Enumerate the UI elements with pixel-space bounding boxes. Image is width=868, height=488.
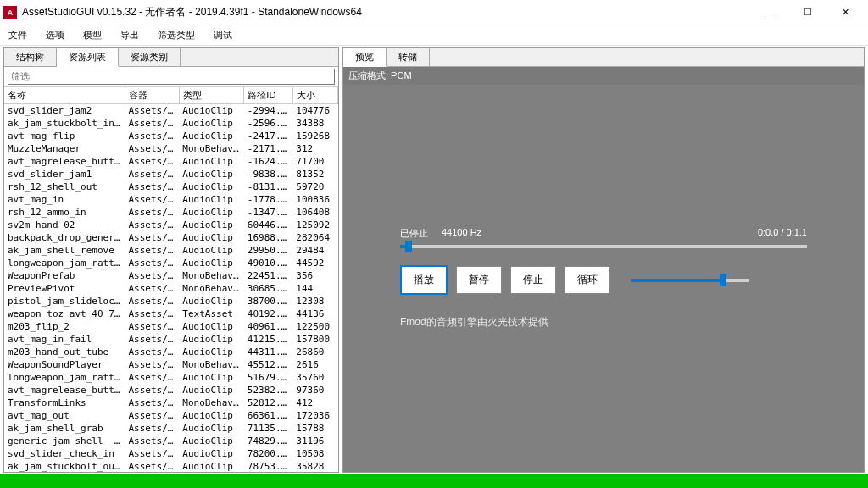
window-title: AssetStudioGUI v0.15.32 - 无作者名 - 2019.4.… (22, 5, 750, 19)
table-row[interactable]: avt_magrelease_button_downAssets/C...Aud… (4, 155, 338, 168)
statusbar (0, 474, 868, 488)
col-name[interactable]: 名称 (4, 87, 125, 104)
right-tabs: 预览 转储 (343, 48, 864, 67)
close-button[interactable]: ✕ (826, 1, 865, 25)
filter-placeholder: 筛选 (11, 71, 30, 81)
maximize-button[interactable]: ☐ (788, 1, 826, 25)
pause-button[interactable]: 暂停 (456, 266, 502, 294)
col-pathid[interactable]: 路径ID (244, 87, 292, 104)
table-row[interactable]: avt_mag_inAssets/C...AudioClip-1778...10… (4, 193, 338, 206)
table-row[interactable]: rsh_12_shell_outAssets/C...AudioClip-813… (4, 180, 338, 193)
table-row[interactable]: ak_jam_shell_grabAssets/C...AudioClip711… (4, 422, 338, 435)
table-row[interactable]: m203_flip_2Assets/C...AudioClip40961...1… (4, 320, 338, 333)
volume-slider[interactable] (631, 279, 749, 282)
table-row[interactable]: ak_jam_stuckbolt_in_movingAssets/C...Aud… (4, 117, 338, 130)
app-icon: A (3, 6, 17, 19)
table-row[interactable]: longweapon_jam_rattle1Assets/C...AudioCl… (4, 371, 338, 384)
preview-header: 压缩格式: PCM (343, 67, 864, 85)
table-row[interactable]: avt_mag_outAssets/C...AudioClip66361...1… (4, 409, 338, 422)
table-row[interactable]: generic_jam_shell_ remov...Assets/C...Au… (4, 435, 338, 447)
table-row[interactable]: svd_slider_check_inAssets/C...AudioClip7… (4, 447, 338, 460)
minimize-button[interactable]: — (750, 1, 788, 25)
table-row[interactable]: sv2m_hand_02Assets/C...AudioClip60446...… (4, 219, 338, 231)
table-row[interactable]: ak_jam_shell_removeAssets/C...AudioClip2… (4, 244, 338, 257)
col-type[interactable]: 类型 (179, 87, 244, 104)
seek-slider[interactable] (400, 245, 807, 248)
left-tabs: 结构树 资源列表 资源类别 (4, 48, 338, 67)
table-row[interactable]: avt_mag_flipAssets/C...AudioClip-2417...… (4, 130, 338, 142)
right-panel: 预览 转储 压缩格式: PCM 已停止 44100 Hz 0:0.0 / 0:1… (342, 47, 865, 473)
stop-button[interactable]: 停止 (510, 266, 556, 294)
table-row[interactable]: pistol_jam_slidelock_grab1Assets/C...Aud… (4, 295, 338, 308)
table-row[interactable]: weapon_toz_avt_40_762x54...Assets/C...Te… (4, 308, 338, 320)
table-row[interactable]: avt_magrelease_button_upAssets/C...Audio… (4, 384, 338, 396)
tab-preview[interactable]: 预览 (343, 48, 387, 67)
menu-filter-type[interactable]: 筛选类型 (154, 27, 198, 43)
table-row[interactable]: svd_slider_jam1Assets/C...AudioClip-9838… (4, 168, 338, 180)
table-row[interactable]: MuzzleManagerAssets/C...MonoBehaviour-21… (4, 142, 338, 155)
audio-sample-rate: 44100 Hz (442, 227, 481, 240)
table-row[interactable]: longweapon_jam_rattle4Assets/C...AudioCl… (4, 257, 338, 269)
menu-options[interactable]: 选项 (42, 27, 68, 43)
filter-input[interactable]: 筛选 (8, 69, 335, 85)
fmod-credit: Fmod的音频引擎由火光技术提供 (400, 315, 807, 330)
audio-status: 已停止 (400, 227, 428, 240)
table-row[interactable]: m203_hand_out_tubeAssets/C...AudioClip44… (4, 346, 338, 358)
menu-export[interactable]: 导出 (117, 27, 142, 43)
left-panel: 结构树 资源列表 资源类别 筛选 名称 容器 类型 路径ID 大小 (3, 47, 339, 473)
table-row[interactable]: WeaponSoundPlayerAssets/C...MonoBehaviou… (4, 358, 338, 371)
preview-body: 已停止 44100 Hz 0:0.0 / 0:1.1 播放 暂停 停止 循环 (343, 85, 864, 472)
tab-dump[interactable]: 转储 (387, 48, 430, 66)
table-row[interactable]: rsh_12_ammo_inAssets/C...AudioClip-1347.… (4, 206, 338, 219)
tab-asset-class[interactable]: 资源类别 (119, 48, 181, 66)
menu-debug[interactable]: 调试 (210, 27, 236, 43)
table-row[interactable]: TransformLinksAssets/C...MonoBehaviour52… (4, 396, 338, 409)
table-row[interactable]: PreviewPivotAssets/C...MonoBehaviour3068… (4, 282, 338, 295)
table-row[interactable]: avt_mag_in_failAssets/C...AudioClip41215… (4, 333, 338, 346)
menu-file[interactable]: 文件 (5, 27, 31, 43)
table-row[interactable]: backpack_drop_generic2Assets/C...AudioCl… (4, 231, 338, 244)
tab-asset-list[interactable]: 资源列表 (57, 48, 119, 67)
audio-time: 0:0.0 / 0:1.1 (758, 227, 807, 240)
titlebar[interactable]: A AssetStudioGUI v0.15.32 - 无作者名 - 2019.… (0, 0, 868, 25)
asset-table[interactable]: 名称 容器 类型 路径ID 大小 svd_slider_jam2Assets/C… (4, 87, 338, 472)
tab-scene-hierarchy[interactable]: 结构树 (4, 48, 57, 66)
menu-model[interactable]: 模型 (80, 27, 105, 43)
col-size[interactable]: 大小 (292, 87, 337, 104)
loop-button[interactable]: 循环 (565, 266, 610, 294)
play-button[interactable]: 播放 (400, 265, 448, 295)
menubar: 文件 选项 模型 导出 筛选类型 调试 (0, 25, 868, 46)
table-row[interactable]: ak_jam_stuckbolt_out_hit3Assets/C...Audi… (4, 460, 338, 472)
table-row[interactable]: WeaponPrefabAssets/C...MonoBehaviour2245… (4, 269, 338, 282)
col-container[interactable]: 容器 (125, 87, 180, 104)
table-row[interactable]: svd_slider_jam2Assets/C...AudioClip-2994… (4, 104, 338, 118)
